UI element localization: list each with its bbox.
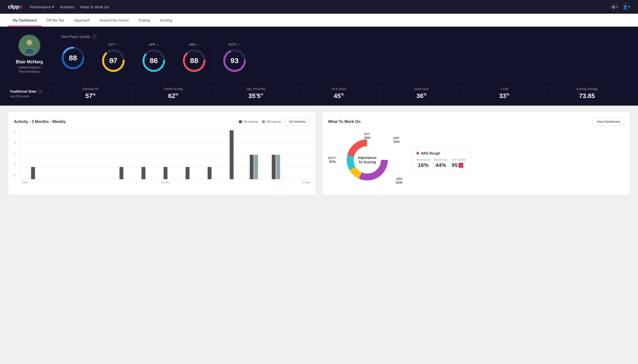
add-button[interactable]: ⊕ ▾ [610, 3, 618, 11]
svg-point-1 [27, 40, 32, 45]
donut-section: PUTT 57% OTT 10% APP 12% ARG [328, 130, 624, 189]
bar-on-course [185, 167, 189, 179]
activity-header-right: On course Off course All Activities [239, 118, 310, 126]
logo[interactable]: clippd [8, 4, 22, 10]
bar-on-course [230, 130, 234, 179]
bar-on-course [272, 155, 276, 179]
tab-off-the-tee[interactable]: Off the Tee [42, 14, 69, 26]
info-card: ARG Rough Importance 16% Opportunity 44%… [412, 147, 471, 172]
metric-shot-quality: Shot Quality 95 ↓ [452, 158, 466, 168]
bar-group [177, 167, 197, 179]
chevron-down-icon: ▾ [616, 5, 618, 8]
opportunity-value: 44% [434, 162, 448, 168]
shot-quality-badge: ↓ [459, 163, 463, 168]
trend-up-icon: ↗ [156, 43, 159, 46]
shot-quality-number: 95 [452, 162, 458, 168]
trend-up-icon: ↗ [116, 43, 118, 46]
metric-opportunity: Opportunity 44% [434, 158, 448, 168]
svg-text:To Scoring: To Scoring [358, 160, 376, 164]
bar-chart-area [21, 130, 310, 180]
stat-value-scoring: 73.85 [550, 92, 624, 100]
player-info: Blair McHarg United Kingdom Plus Handica… [10, 34, 49, 73]
trad-label-section: Traditional Stats ? Last 20 rounds [10, 89, 49, 98]
stat-greens-in-reg: Greens In Reg 62% [132, 87, 215, 100]
score-value-putt: 93 [230, 56, 239, 65]
score-label-ott: OTT ↗ [108, 43, 118, 46]
donut-labels-wrapper: PUTT 57% OTT 10% APP 12% ARG [328, 130, 406, 189]
nav-activities[interactable]: Activities [60, 4, 74, 10]
bar-group [23, 167, 43, 179]
shot-quality-value-wrapper: 95 ↓ [452, 162, 466, 168]
info-dot [416, 152, 419, 154]
y-label-1: 1 [14, 163, 16, 166]
score-value-ott: 87 [109, 56, 117, 65]
stat-app-proximity: App. Proximity 35'5" [215, 87, 297, 100]
nav-performance[interactable]: Performance ▾ [30, 4, 54, 10]
y-label-2: 2 [14, 152, 16, 155]
stat-value-sandsave: 36% [384, 92, 459, 100]
score-app: APP ↗ 86 [134, 43, 174, 73]
help-icon[interactable]: ? [38, 89, 42, 94]
legend-dot-off-course [262, 120, 265, 123]
user-button[interactable]: 👤 ▾ [622, 3, 630, 11]
bar-group [155, 167, 175, 179]
bars-container [21, 130, 310, 179]
stat-value-updown: 45% [301, 92, 376, 100]
legend-dot-on-course [239, 120, 242, 123]
bar-off-course [276, 155, 280, 179]
tab-my-dashboard[interactable]: My Dashboard [8, 14, 42, 26]
donut-label-arg: ARG 21% [396, 177, 402, 184]
help-icon[interactable]: ? [92, 34, 97, 39]
player-handicap: Plus Handicap [19, 70, 40, 73]
info-card-title: ARG Rough [416, 151, 466, 155]
avatar [18, 34, 40, 56]
x-label-may: 9 May [303, 181, 310, 184]
tab-bar: My Dashboard Off the Tee Approach Around… [0, 14, 638, 27]
donut-svg: Importance To Scoring [343, 136, 392, 184]
score-value-total: 88 [69, 54, 77, 62]
y-label-4: 4 [14, 130, 16, 134]
y-label-3: 3 [14, 142, 16, 144]
bar-group [133, 167, 153, 179]
score-value-app: 86 [150, 56, 158, 65]
tab-putting[interactable]: Putting [134, 14, 155, 26]
stat-value-fairways: 57% [53, 92, 128, 100]
view-dashboard-button[interactable]: View Dashboard [592, 118, 624, 126]
bottom-section: Activity - 3 Months - Weekly On course O… [0, 106, 638, 201]
chevron-down-icon: ▾ [52, 5, 54, 9]
user-icon: 👤 [623, 5, 628, 9]
tab-around-the-green[interactable]: Around the Green [95, 14, 134, 26]
nav-what-to-work-on[interactable]: What To Work On [80, 4, 109, 10]
score-total: 88 [61, 46, 93, 70]
score-arg: ARG ↗ 88 [174, 43, 215, 73]
donut-label-putt: PUTT 57% [328, 156, 336, 164]
tab-scoring[interactable]: Scoring [155, 14, 177, 26]
bar-group [266, 155, 286, 179]
top-navigation: clippd Performance ▾ Activities What To … [0, 0, 638, 14]
stat-up-and-down: Up & Down 45% [297, 87, 380, 100]
ring-app: 86 [141, 48, 166, 73]
y-axis: 4 3 2 1 0 [14, 130, 17, 177]
stat-sand-save: Sand Save 36% [380, 87, 463, 100]
donut-label-app: APP 12% [393, 136, 399, 144]
x-labels: 7 Feb 28 Mar 9 May [21, 180, 310, 184]
stat-value-1putt: 33% [467, 92, 542, 100]
stat-1-putt: 1 Putt 33% [463, 87, 545, 100]
player-country: United Kingdom [18, 66, 41, 69]
tab-approach[interactable]: Approach [69, 14, 95, 26]
bar-group [244, 155, 264, 179]
stat-fairways-hit: Fairways Hit 57% [49, 87, 132, 100]
all-activities-button[interactable]: All Activities [285, 118, 310, 126]
tpq-label: Total Player Quality ? [61, 34, 628, 39]
score-label-putt: PUTT ↗ [229, 43, 241, 46]
bar-on-course [31, 167, 35, 179]
score-ott: OTT ↗ 87 [93, 43, 134, 73]
ring-arg: 88 [182, 48, 206, 73]
work-on-title: What To Work On [328, 120, 361, 124]
bar-group [199, 167, 220, 179]
trend-up-icon: ↗ [197, 43, 199, 46]
bar-on-course [207, 167, 211, 179]
donut-wrapper: PUTT 57% OTT 10% APP 12% ARG [328, 130, 406, 189]
importance-value: 16% [416, 162, 430, 168]
ring-putt: 93 [222, 48, 247, 73]
